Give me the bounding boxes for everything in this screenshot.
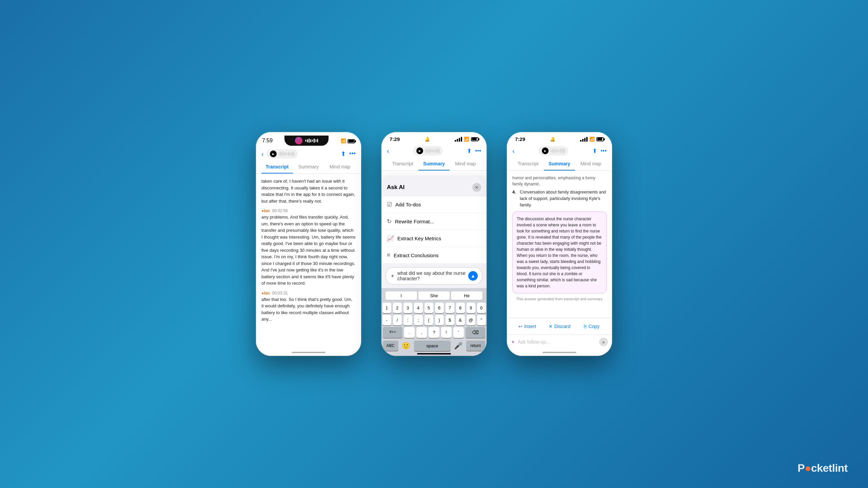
more-icon-2[interactable]: ••• — [475, 147, 481, 155]
tab-transcript-1[interactable]: Transcript — [261, 161, 293, 174]
status-bar-3: 7:29 🔔 📶 — [507, 132, 612, 144]
discard-label: Discard — [554, 324, 570, 329]
status-icons-3: 📶 — [580, 137, 604, 142]
tab-summary-3[interactable]: Summary — [544, 158, 575, 170]
ai-sparkle-icon: ✦ — [390, 273, 395, 279]
ai-option-rewrite[interactable]: ↻ Rewrite Format... — [381, 213, 487, 230]
kb-key-lparen[interactable]: ( — [425, 315, 433, 325]
tab-summary-2[interactable]: Summary — [418, 158, 450, 170]
kb-key-comma[interactable]: , — [416, 327, 427, 338]
wifi-icon-3: 📶 — [589, 137, 595, 142]
insert-button[interactable]: ↩ Insert — [511, 322, 543, 331]
kb-key-symbols[interactable]: #+= — [383, 327, 402, 338]
kb-key-backspace[interactable]: ⌫ — [466, 327, 485, 338]
follow-up-ai-icon: ✦ — [511, 339, 515, 345]
back-button-3[interactable]: ‹ — [512, 147, 515, 155]
share-icon-3[interactable]: ⬆ — [592, 147, 597, 155]
tab-mindmap-3[interactable]: Mind map — [575, 158, 607, 170]
more-icon-1[interactable]: ••• — [349, 150, 356, 158]
modal-title: Ask AI — [387, 184, 405, 191]
kb-emoji-button[interactable]: 🙂 — [400, 340, 412, 352]
summary-intro-text: humor and personalities, emphasizing a f… — [512, 175, 607, 187]
kb-key-9[interactable]: 9 — [467, 303, 475, 313]
ai-option-conclusions[interactable]: ≡ Extract Conclusions — [381, 247, 487, 264]
kb-key-period[interactable]: . — [404, 327, 415, 338]
kb-key-5[interactable]: 5 — [425, 303, 433, 313]
kb-key-semicolon[interactable]: ; — [414, 315, 423, 325]
copy-button[interactable]: ⎘ Copy — [576, 322, 608, 331]
toolbar-right-3: ⬆ ••• — [592, 147, 607, 155]
back-button-2[interactable]: ‹ — [387, 147, 389, 155]
ai-option-rewrite-label: Rewrite Format... — [395, 219, 434, 224]
transcript-text-1: taken care of, I haven't had an issue wi… — [261, 178, 356, 204]
audio-player-1[interactable]: ▶ — [267, 149, 298, 159]
copy-icon: ⎘ — [584, 324, 587, 329]
tab-transcript-3[interactable]: Transcript — [512, 158, 544, 170]
home-indicator-1 — [256, 349, 361, 356]
kb-key-rparen[interactable]: ) — [435, 315, 444, 325]
timestamp-1: 00:02:56 — [272, 208, 288, 213]
kb-key-1[interactable]: 1 — [382, 303, 391, 313]
back-button-1[interactable]: ‹ — [261, 150, 264, 158]
kb-key-dollar[interactable]: $ — [446, 315, 454, 325]
kb-suggestion-he[interactable]: He — [451, 291, 482, 300]
checklist-icon: ☑ — [387, 201, 392, 208]
phone-3: 7:29 🔔 📶 ‹ ▶ — [507, 132, 612, 356]
kb-key-dash[interactable]: - — [382, 315, 391, 325]
kb-key-colon[interactable]: : — [403, 315, 412, 325]
tabs-1: Transcript Summary Mind map — [256, 161, 361, 174]
play-button-1[interactable]: ▶ — [270, 150, 277, 157]
follow-up-send-button[interactable]: ▲ — [599, 338, 608, 346]
ai-answer-text: The discussion about the nurse character… — [517, 216, 602, 289]
close-modal-button[interactable]: ✕ — [472, 183, 481, 192]
kb-space-key[interactable]: space — [414, 341, 451, 351]
kb-key-apostrophe[interactable]: ' — [453, 327, 464, 338]
kb-suggestion-i[interactable]: I — [386, 291, 417, 300]
kb-key-exclaim[interactable]: ! — [441, 327, 452, 338]
transcript-content-1: taken care of, I haven't had an issue wi… — [256, 174, 361, 349]
kb-key-at[interactable]: @ — [467, 315, 475, 325]
home-indicator-2 — [417, 353, 451, 354]
discard-button[interactable]: ✕ Discard — [543, 322, 575, 331]
phone-2: 7:29 🔔 📶 ‹ ▶ — [381, 132, 487, 356]
more-icon-3[interactable]: ••• — [600, 147, 607, 155]
kb-key-slash[interactable]: / — [393, 315, 402, 325]
play-button-2[interactable]: ▶ — [416, 147, 423, 154]
kb-key-0[interactable]: 0 — [477, 303, 486, 313]
kb-mic-button[interactable]: 🎤 — [452, 340, 465, 352]
tab-mindmap-2[interactable]: Mind map — [450, 158, 481, 170]
ask-send-button[interactable]: ▲ — [468, 271, 478, 281]
tab-mindmap-1[interactable]: Mind map — [324, 161, 356, 174]
kb-key-8[interactable]: 8 — [456, 303, 465, 313]
kb-key-4[interactable]: 4 — [414, 303, 423, 313]
ask-input-text[interactable]: what did we say about the nurse characte… — [397, 270, 466, 281]
kb-return-key[interactable]: return — [466, 341, 485, 351]
kb-key-amp[interactable]: & — [456, 315, 465, 325]
kb-suggestions-row: I She He — [383, 290, 485, 301]
share-icon-2[interactable]: ⬆ — [467, 147, 472, 155]
kb-key-abc[interactable]: ABC — [383, 341, 398, 351]
waveform-1 — [279, 151, 294, 157]
kb-key-6[interactable]: 6 — [435, 303, 444, 313]
kb-key-2[interactable]: 2 — [393, 303, 402, 313]
tab-transcript-2[interactable]: Transcript — [387, 158, 418, 170]
ai-option-metrics[interactable]: 📈 Extract Key Metrics — [381, 230, 487, 247]
share-icon-1[interactable]: ⬆ — [341, 150, 346, 158]
play-button-3[interactable]: ▶ — [542, 147, 549, 154]
ai-option-todos-label: Add To-dos — [395, 202, 421, 207]
ask-input-area[interactable]: ✦ what did we say about the nurse charac… — [386, 267, 482, 285]
follow-up-input[interactable]: Ask follow-up... — [518, 339, 596, 345]
ask-ai-modal: Ask AI ✕ ☑ Add To-dos ↻ Rewrite Format..… — [381, 178, 487, 356]
tab-summary-1[interactable]: Summary — [293, 161, 324, 174]
ai-option-todos[interactable]: ☑ Add To-dos — [381, 196, 487, 213]
audio-player-2[interactable]: ▶ — [413, 146, 443, 156]
audio-player-3[interactable]: ▶ — [538, 146, 568, 156]
kb-key-7[interactable]: 7 — [446, 303, 454, 313]
kb-key-question[interactable]: ? — [429, 327, 439, 338]
item-text-4: Conversation about family disagreements … — [520, 189, 607, 208]
tabs-2: Transcript Summary Mind map — [381, 158, 487, 171]
transcript-text-2: any problems. And files transfer quickly… — [261, 214, 356, 287]
kb-key-quote[interactable]: " — [477, 315, 486, 325]
kb-key-3[interactable]: 3 — [403, 303, 412, 313]
kb-suggestion-she[interactable]: She — [418, 291, 450, 300]
